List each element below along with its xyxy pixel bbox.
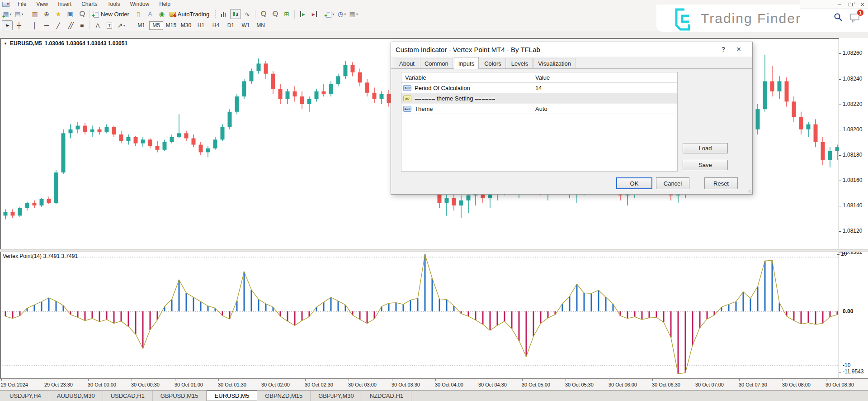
chart-tab-usdcad[interactable]: USDCAD,H1 [103,391,153,401]
resize-grip[interactable] [748,190,751,193]
notification-badge[interactable]: 1 [857,9,864,16]
chart-tab-gbpjpy[interactable]: GBPJPY,M30 [311,391,362,401]
time-axis-tick [522,379,523,381]
timeframe-m30-button[interactable]: M30 [179,21,193,30]
zoom-out-button[interactable]: − [269,9,280,19]
chart-line-button[interactable]: ∿ [242,9,253,19]
new-order-button[interactable]: New Order [92,9,132,19]
chart-tab-gbpusd[interactable]: GBPUSD,M15 [153,391,207,401]
time-axis-tick [218,379,219,381]
indicator-label[interactable]: Vertex Point(14) 3.7491 3.7491 [3,253,78,259]
shapes-button[interactable]: ↗ ▾ [116,20,127,30]
timeframe-h4-button[interactable]: H4 [209,21,223,30]
menu-item-insert[interactable]: Insert [53,1,76,7]
tab-common[interactable]: Common [420,58,453,68]
price-axis[interactable]: 1.082601.082401.082201.082001.081801.081… [839,38,868,378]
timeframe-mn-button[interactable]: MN [254,21,268,30]
load-button[interactable]: Load [683,143,728,153]
chevron-down-icon: ▾ [123,24,125,28]
chart-tab-gbpnzd[interactable]: GBPNZD,M15 [257,391,311,401]
timeframe-m5-button[interactable]: M5 [149,21,163,30]
horizontal-line-button[interactable]: ─ [41,20,52,30]
autotrading-button[interactable]: AutoTrading [168,9,212,19]
table-row-theme-separator[interactable]: ab ====== theme Setting ====== [401,93,677,104]
strategy-tester-button[interactable] [76,9,87,19]
community-button[interactable]: ◉ [156,9,167,19]
row-value[interactable]: 14 [535,85,542,91]
text-label-button[interactable]: T [104,20,115,30]
chart-symbol-label[interactable]: ▼ EURUSD,M5 1.03046 1.03064 1.03043 1.03… [4,40,127,47]
templates-button[interactable]: ▦ ▾ [348,9,359,19]
tile-windows-button[interactable]: ⊞ [281,9,292,19]
time-axis-tick [305,379,306,381]
symbol-name: EURUSD,M5 [10,40,42,47]
value-column-header: Value [535,74,550,81]
indicators-button[interactable]: ▾ [325,9,335,19]
time-axis-label: 29 Oct 2024 [1,382,28,387]
menu-item-help[interactable]: Help [154,1,175,7]
metaeditor-button[interactable]: ▯ [133,9,144,19]
time-axis-label: 30 Oct 04:00 [435,382,463,387]
chart-shift-button[interactable]: ▸ [309,9,320,19]
favorites-button[interactable]: ★ [53,9,64,19]
channel-button[interactable]: ╱╱ [65,20,75,30]
time-axis-label: 30 Oct 06:00 [609,382,637,387]
periods-button[interactable]: ◷ ▾ [336,9,347,19]
search-icon[interactable] [834,13,843,22]
auto-scroll-button[interactable]: ▸ [297,9,308,19]
variable-column-header: Variable [401,74,426,81]
text-button[interactable]: A [92,20,103,30]
time-axis-tick [609,379,609,381]
navigator-button[interactable]: ⊕ [41,9,52,19]
star-icon: ★ [56,11,61,17]
menu-item-window[interactable]: Window [125,1,155,7]
market-watch-button[interactable]: ▥ [29,9,40,19]
tab-colors[interactable]: Colors [480,58,506,68]
trendline-button[interactable]: ╱ [53,20,64,30]
table-row-period[interactable]: 123 Period Of Calculation 14 [401,83,677,93]
dialog-title-bar[interactable]: Custom Indicator - Vertex Point MT4 - By… [391,42,752,57]
row-value[interactable]: Auto [535,105,547,112]
minimize-button[interactable]: – [838,1,841,8]
timeframe-w1-button[interactable]: W1 [239,21,253,30]
save-button[interactable]: Save [683,160,728,170]
close-icon[interactable]: × [730,45,748,54]
time-axis[interactable]: 29 Oct 202429 Oct 23:3030 Oct 00:0030 Oc… [0,378,868,390]
tab-visualization[interactable]: Visualization [533,58,576,68]
tab-inputs[interactable]: Inputs [454,57,479,69]
menu-item-file[interactable]: File [13,1,31,7]
zoom-in-button[interactable]: + [258,9,269,19]
tab-about[interactable]: About [395,58,419,68]
ok-button[interactable]: OK [616,177,652,189]
vertical-line-button[interactable]: │ [29,20,40,30]
close-button[interactable]: × [860,0,864,8]
timeframe-d1-button[interactable]: D1 [224,21,238,30]
cursor-button[interactable]: ➤ [2,20,13,30]
timeframe-h1-button[interactable]: H1 [194,21,208,30]
chart-tab-bar: USDJPY,H4 AUDUSD,M30 USDCAD,H1 GBPUSD,M1… [0,390,868,401]
cancel-button[interactable]: Cancel [656,177,689,189]
fibonacci-button[interactable]: ≡ [76,20,87,30]
terminal-button[interactable]: ▣ [65,9,75,19]
timeframe-m15-button[interactable]: M15 [164,21,178,30]
chart-tab-audusd[interactable]: AUDUSD,M30 [49,391,103,401]
profiles-button[interactable]: ▤ ▾ [14,9,24,19]
pane-splitter[interactable] [0,249,868,252]
crosshair-button[interactable]: ┼ [14,20,24,30]
chart-tab-nzdcad[interactable]: NZDCAD,H1 [362,391,411,401]
chart-tab-eurusd-active[interactable]: EURUSD,M5 [207,390,258,401]
chart-bars-button[interactable] [218,9,229,19]
menu-item-tools[interactable]: Tools [103,1,125,7]
restore-button[interactable] [849,3,853,6]
chart-tab-usdjpy[interactable]: USDJPY,H4 [2,391,49,401]
reset-button[interactable]: Reset [704,177,738,189]
menu-item-charts[interactable]: Charts [76,1,102,7]
timeframe-m1-button[interactable]: M1 [134,21,148,30]
tab-levels[interactable]: Levels [507,58,533,68]
experts-button[interactable]: ♙ [145,9,156,19]
menu-item-view[interactable]: View [31,1,53,7]
help-button[interactable]: ? [717,46,730,53]
new-chart-button[interactable]: ▦ + ▾ [2,9,13,19]
chart-candles-button[interactable] [230,9,241,19]
table-row-theme[interactable]: 123 Theme Auto [401,104,677,114]
